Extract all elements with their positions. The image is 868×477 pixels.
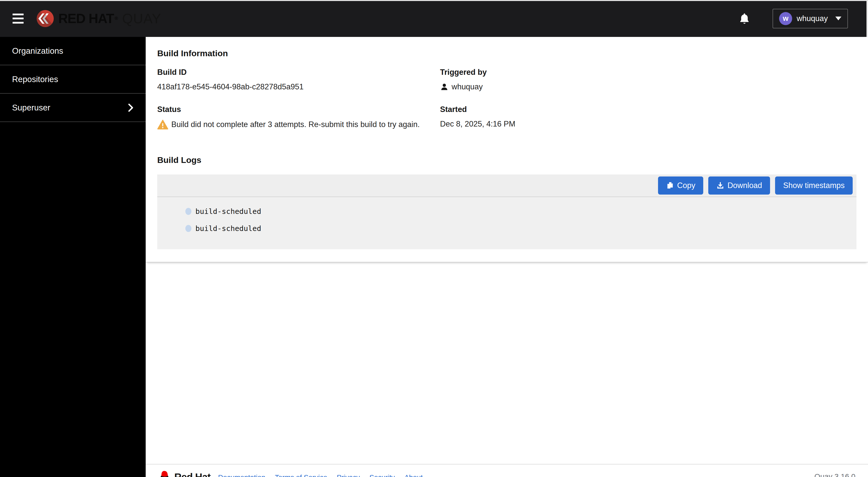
build-information-title: Build Information: [157, 37, 857, 58]
download-button-label: Download: [727, 181, 762, 190]
build-id-label: Build ID: [157, 68, 440, 77]
registered-mark: ®: [115, 15, 118, 21]
redhat-wordmark: RED HAT: [58, 11, 114, 26]
build-logs-toolbar: Copy Download Show timestamps: [157, 174, 857, 197]
show-timestamps-label: Show timestamps: [783, 181, 845, 190]
started-label: Started: [440, 105, 857, 114]
download-icon: [716, 182, 724, 190]
footer-link-privacy[interactable]: Privacy: [337, 474, 360, 477]
product-wordmark: QUAY: [122, 10, 161, 27]
copy-button-label: Copy: [677, 181, 695, 190]
sidebar-item-label: Organizations: [12, 46, 63, 56]
build-id-value: 418af178-e545-4604-98ab-c28278d5a951: [157, 82, 440, 91]
footer-link-terms[interactable]: Terms of Service: [275, 474, 327, 477]
window-right-edge: [867, 0, 868, 37]
app-version: Quay 3.16.0: [814, 472, 856, 477]
hamburger-menu-icon[interactable]: [12, 13, 24, 24]
build-information-grid: Build ID 418af178-e545-4604-98ab-c28278d…: [157, 68, 857, 130]
quay-brand-link[interactable]: RED HAT ® QUAY: [37, 10, 161, 27]
field-build-id: Build ID 418af178-e545-4604-98ab-c28278d…: [157, 68, 440, 91]
header-actions: w whuquay: [739, 9, 868, 28]
notifications-bell-icon[interactable]: [739, 12, 750, 25]
page-footer: Red Hat Documentation Terms of Service P…: [146, 464, 868, 477]
copy-icon: [666, 182, 674, 190]
log-phase-dot-icon: [185, 225, 191, 232]
log-phase-dot-icon: [185, 208, 191, 215]
build-logs-title: Build Logs: [157, 155, 857, 165]
chevron-down-icon: [835, 17, 841, 20]
copy-button[interactable]: Copy: [658, 177, 703, 195]
build-logs-panel: Copy Download Show timestamps: [157, 174, 857, 249]
status-label: Status: [157, 105, 440, 114]
window-top-edge: [0, 0, 868, 1]
avatar-initial: w: [783, 14, 788, 23]
user-menu-dropdown[interactable]: w whuquay: [773, 9, 848, 28]
triggered-by-label: Triggered by: [440, 68, 857, 77]
main-content: Build Information Build ID 418af178-e545…: [146, 37, 868, 477]
footer-redhat-wordmark: Red Hat: [174, 472, 211, 477]
log-row: build-scheduled: [185, 204, 857, 218]
status-value: Build did not complete after 3 attempts.…: [157, 120, 440, 130]
sidebar-item-label: Repositories: [12, 74, 58, 84]
log-list: build-scheduled build-scheduled: [157, 197, 857, 249]
footer-links: Documentation Terms of Service Privacy S…: [218, 474, 423, 477]
sidebar-nav: Organizations Repositories Superuser: [0, 37, 146, 477]
sidebar-item-superuser[interactable]: Superuser: [0, 94, 146, 122]
chevron-right-icon: [128, 103, 134, 112]
field-status: Status Build did not complete after 3 at…: [157, 105, 440, 130]
footer-link-about[interactable]: About: [404, 474, 423, 477]
user-avatar: w: [779, 12, 792, 25]
log-phase-text: build-scheduled: [195, 207, 261, 216]
app-header: RED HAT ® QUAY w whuquay: [0, 0, 868, 37]
log-phase-text: build-scheduled: [195, 224, 261, 233]
started-value: Dec 8, 2025, 4:16 PM: [440, 120, 857, 129]
download-button[interactable]: Download: [708, 177, 770, 195]
sidebar-item-repositories[interactable]: Repositories: [0, 65, 146, 94]
user-icon: [440, 83, 448, 91]
triggered-by-user: whuquay: [452, 82, 483, 91]
build-detail-card: Build Information Build ID 418af178-e545…: [146, 37, 868, 262]
show-timestamps-button[interactable]: Show timestamps: [775, 177, 853, 195]
redhat-fedora-icon: [157, 468, 171, 477]
quay-logo-icon: [37, 10, 54, 27]
status-message: Build did not complete after 3 attempts.…: [171, 120, 420, 129]
footer-row: Red Hat Documentation Terms of Service P…: [157, 468, 423, 477]
sidebar-item-label: Superuser: [12, 103, 50, 113]
footer-link-security[interactable]: Security: [369, 474, 395, 477]
field-triggered-by: Triggered by whuquay: [440, 68, 857, 91]
field-started: Started Dec 8, 2025, 4:16 PM: [440, 105, 857, 130]
footer-link-documentation[interactable]: Documentation: [218, 474, 265, 477]
triggered-by-value: whuquay: [440, 82, 857, 91]
log-row: build-scheduled: [185, 222, 857, 235]
sidebar-item-organizations[interactable]: Organizations: [0, 37, 146, 65]
user-name: whuquay: [797, 14, 828, 23]
warning-triangle-icon: [157, 120, 168, 130]
